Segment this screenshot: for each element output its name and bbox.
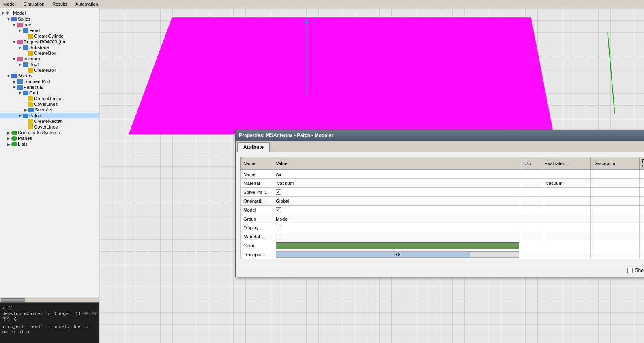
cell-value-transp[interactable]: 0.8 [273,250,522,259]
checkbox-display[interactable] [276,225,281,230]
cell-name-group: Group [241,214,273,223]
expander-vacuum[interactable]: ▼ [11,57,17,61]
cell-value-group[interactable]: Model [273,214,522,223]
checkbox-model[interactable] [276,207,281,212]
createrectan1-icon [28,96,33,101]
tree-label-sheets: Sheets [18,73,32,78]
sidebar-hscroll[interactable] [0,297,99,302]
cell-unit-material [522,179,542,188]
tree-item-lumped-port[interactable]: ▶ Lumped Port [0,79,99,84]
tree-item-createrectan2[interactable]: CreateRectan [0,118,99,124]
expander-createcylinde [23,34,28,39]
tab-attribute[interactable]: Attribute [237,142,270,152]
viewport[interactable]: Properties: MSAntenna - Patch - Modeler … [99,8,644,343]
expander-subtract[interactable]: ▶ [23,108,28,112]
tree-item-pec[interactable]: ▼ pec [0,22,99,28]
expander-substrate[interactable]: ▼ [17,45,23,50]
cell-unit-orient [522,197,542,206]
cell-unit-solve [522,188,542,197]
tree-item-coverlines1[interactable]: CoverLines [0,101,99,107]
substrate-icon [23,45,28,50]
menu-simulation[interactable]: Simulation [22,1,46,7]
tree-item-planes[interactable]: ▶ Planes [0,135,99,141]
cell-value-orient[interactable]: Global [273,197,522,206]
transparency-bar[interactable]: 0.8 [276,251,519,258]
cell-eval-orient [542,197,591,206]
tree-item-solids[interactable]: ▼ Solids [0,16,99,22]
cell-value-display[interactable] [273,223,522,232]
expander-gnd[interactable]: ▼ [17,91,23,95]
tree-item-feed[interactable]: ▼ Feed [0,28,99,33]
checkbox-solve-inside[interactable] [276,189,281,195]
tree-item-patch[interactable]: ▼ Patch [0,113,99,118]
dialog-titlebar: Properties: MSAntenna - Patch - Modeler … [236,130,644,141]
tree-label-model: Model [13,11,26,15]
expander-patch[interactable]: ▼ [17,114,23,118]
console-area: ct/) desktop expires in 0 days. (3:08:35… [0,302,99,343]
tree-item-coverlines2[interactable]: CoverLines [0,124,99,130]
cell-read-name [640,170,644,179]
expander-lists[interactable]: ▶ [6,142,11,146]
cell-value-color[interactable] [273,241,522,250]
checkbox-material2[interactable] [276,234,281,239]
tree-label-lumped-port: Lumped Port [24,79,50,84]
tree-item-coord-systems[interactable]: ▶ Coordinate Systems [0,130,99,135]
expander-planes[interactable]: ▶ [6,136,11,141]
cell-eval-material: "vacuum" [542,179,591,188]
tree-item-sheets[interactable]: ▼ Sheets [0,73,99,79]
tree-area[interactable]: ▼ ◈ Model ▼ Solids ▼ pec [0,8,99,297]
tree-item-createbox1[interactable]: CreateBox [0,50,99,56]
createrectan2-icon [28,119,33,124]
menu-results[interactable]: Results [51,1,69,7]
color-bar[interactable] [276,242,519,249]
console-line-1: ct/) [2,304,97,311]
expander-perfect-e[interactable]: ▼ [11,85,17,90]
expander-createrectan2 [23,119,28,124]
expander-rogers[interactable]: ▼ [11,40,17,44]
subtract-icon [28,108,34,112]
cell-value-material2[interactable] [273,232,522,241]
sidebar: ▼ ◈ Model ▼ Solids ▼ pec [0,8,99,343]
col-header-value: Value [273,157,522,170]
menu-model[interactable]: Model [2,1,17,7]
tree-item-subtract[interactable]: ▶ Subtract [0,107,99,113]
cell-read-solve [640,188,644,197]
tree-item-rogers[interactable]: ▼ Rogers RO4003 (tm [0,39,99,45]
expander-sheets[interactable]: ▼ [6,74,11,78]
expander-feed[interactable]: ▼ [17,28,23,33]
expander-box1[interactable]: ▼ [17,62,23,67]
checkbox-show-hidden[interactable] [627,268,633,273]
properties-table: Name Value Unit Evaluated... Description… [240,157,644,259]
show-hidden-row: Show Hidden [627,268,644,273]
cell-unit-name [522,170,542,179]
cell-value-model[interactable] [273,206,522,214]
cell-name-name: Name [241,170,273,179]
tree-item-createrectan1[interactable]: CreateRectan [0,96,99,101]
tree-item-createcylinde[interactable]: CreateCylinde [0,33,99,39]
cell-desc-material2 [591,232,640,241]
cell-value-material[interactable]: "vacuum" [273,179,522,188]
cell-value-solve[interactable] [273,188,522,197]
cell-unit-model [522,206,542,214]
coverlines1-icon [28,102,33,107]
tree-item-substrate[interactable]: ▼ Substrate [0,45,99,50]
tree-item-lists[interactable]: ▶ Lists [0,141,99,147]
tree-item-gnd[interactable]: ▼ Gnd [0,90,99,96]
expander-coord-systems[interactable]: ▶ [6,131,11,135]
properties-dialog[interactable]: Properties: MSAntenna - Patch - Modeler … [235,130,644,277]
tree-label-vacuum: vacuum [24,56,40,61]
expander-model[interactable]: ▼ [0,11,6,15]
coord-systems-icon [11,131,17,135]
tree-item-createbox2[interactable]: CreateBox [0,67,99,73]
tree-item-model[interactable]: ▼ ◈ Model [0,10,99,16]
expander-solids[interactable]: ▼ [6,17,11,21]
tree-item-box1[interactable]: ▼ Box1 [0,62,99,67]
menu-automation[interactable]: Automation [74,1,100,7]
tree-item-vacuum[interactable]: ▼ vacuum [0,56,99,62]
transparency-label: 0.8 [276,252,519,257]
tree-label-box1: Box1 [29,62,40,67]
expander-lumped-port[interactable]: ▶ [11,79,17,84]
cell-value-name[interactable]: Air [273,170,522,179]
expander-pec[interactable]: ▼ [11,23,17,27]
tree-item-perfect-e[interactable]: ▼ Perfect E [0,84,99,90]
